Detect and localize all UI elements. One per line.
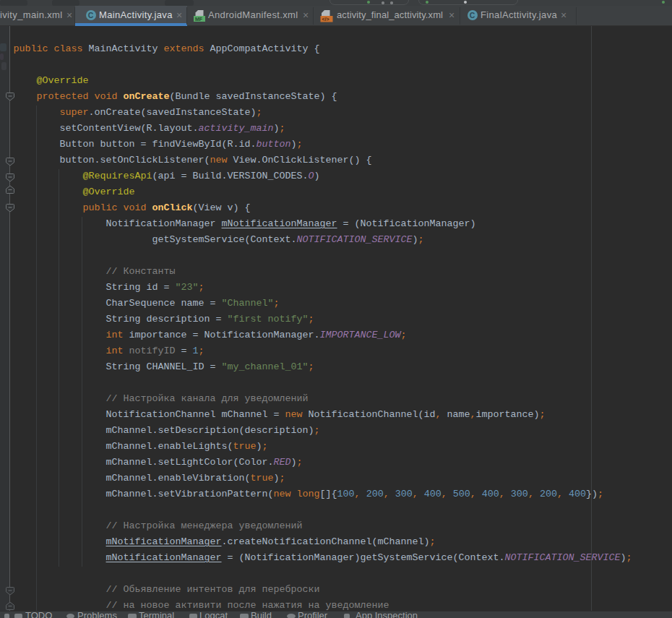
svg-text:</>: </> <box>322 16 329 21</box>
svg-text:MF: MF <box>195 16 203 21</box>
